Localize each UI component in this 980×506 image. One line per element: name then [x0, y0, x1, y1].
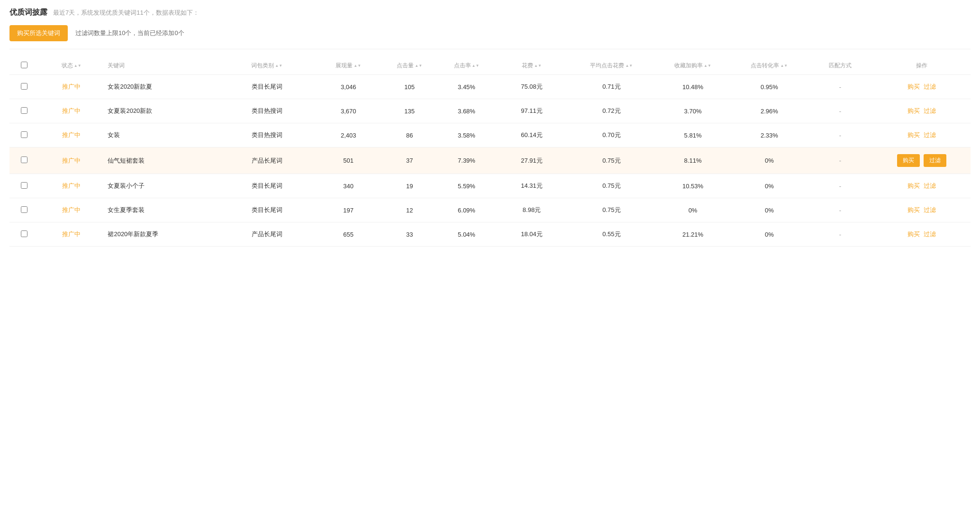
table-row: 推广中 女夏装小个子 类目长尾词 340 19 5.59% 14.31元 0.7… — [9, 174, 971, 198]
row-match: - — [808, 174, 873, 198]
row-clicks: 19 — [381, 174, 438, 198]
row-cost: 14.31元 — [495, 174, 569, 198]
row-avgcost: 0.75元 — [568, 198, 654, 222]
buy-link-2[interactable]: 购买 — [907, 107, 920, 115]
row-match: - — [808, 198, 873, 222]
row-ctr: 3.58% — [438, 123, 495, 147]
row-action-cell: 购买 过滤 — [873, 99, 971, 123]
row-match: - — [808, 222, 873, 247]
row-clicks: 105 — [381, 75, 438, 99]
keywords-table: 状态 ▲▼ 关键词 词包类别 ▲▼ — [9, 57, 971, 247]
header-action: 操作 — [873, 57, 971, 75]
row-type: 类目热搜词 — [218, 123, 316, 147]
filter-link-3[interactable]: 过滤 — [924, 131, 936, 139]
avgcost-sort-btn[interactable]: 平均点击花费 ▲▼ — [572, 62, 651, 70]
buy-link-3[interactable]: 购买 — [907, 131, 920, 139]
buy-link-6[interactable]: 购买 — [907, 206, 920, 214]
row-keyword: 女夏装小个子 — [104, 174, 218, 198]
row-cost: 27.91元 — [495, 147, 569, 174]
clicks-sort-btn[interactable]: 点击量 ▲▼ — [385, 62, 434, 70]
row-type: 类目长尾词 — [218, 75, 316, 99]
row-action-cell: 购买 过滤 — [873, 75, 971, 99]
row-checkbox-cell — [9, 222, 39, 247]
row-checkbox-cell — [9, 147, 39, 174]
row-status: 推广中 — [39, 99, 104, 123]
table-wrapper: 状态 ▲▼ 关键词 词包类别 ▲▼ — [9, 57, 971, 247]
favrate-sort-icon: ▲▼ — [704, 64, 711, 68]
row-clicks: 33 — [381, 222, 438, 247]
filter-link-5[interactable]: 过滤 — [924, 182, 936, 190]
action-group: 购买 过滤 — [877, 107, 967, 115]
row-impressions: 655 — [316, 222, 381, 247]
header-match: 匹配方式 — [808, 57, 873, 75]
row-avgcost: 0.55元 — [568, 222, 654, 247]
select-all-checkbox[interactable] — [21, 62, 27, 68]
row-keyword: 仙气短裙套装 — [104, 147, 218, 174]
row-ctr: 7.39% — [438, 147, 495, 174]
action-group: 购买 过滤 — [877, 230, 967, 239]
page-header: 优质词披露 最近7天，系统发现优质关键词11个，数据表现如下： — [9, 8, 971, 18]
buy-link-7[interactable]: 购买 — [907, 230, 920, 239]
buy-link-5[interactable]: 购买 — [907, 182, 920, 190]
toolbar: 购买所选关键词 过滤词数量上限10个，当前已经添加0个 — [9, 25, 971, 49]
filter-link-6[interactable]: 过滤 — [924, 206, 936, 214]
row-checkbox-cell — [9, 75, 39, 99]
impressions-sort-btn[interactable]: 展现量 ▲▼ — [319, 62, 377, 70]
row-type: 类目长尾词 — [218, 174, 316, 198]
row-checkbox-4[interactable] — [21, 156, 27, 163]
filter-button-4[interactable]: 过滤 — [924, 154, 946, 167]
row-checkbox-5[interactable] — [21, 182, 27, 189]
filter-link-1[interactable]: 过滤 — [924, 83, 936, 91]
row-action-cell: 购买 过滤 — [873, 222, 971, 247]
header-favrate: 收藏加购率 ▲▼ — [654, 57, 731, 75]
status-sort-btn[interactable]: 状态 ▲▼ — [43, 62, 100, 70]
row-impressions: 2,403 — [316, 123, 381, 147]
row-keyword: 女夏装2020新款 — [104, 99, 218, 123]
row-keyword: 裙2020年新款夏季 — [104, 222, 218, 247]
favrate-sort-btn[interactable]: 收藏加购率 ▲▼ — [658, 62, 727, 70]
row-status: 推广中 — [39, 75, 104, 99]
buy-button-4[interactable]: 购买 — [897, 154, 920, 167]
table-row: 推广中 女生夏季套装 类目长尾词 197 12 6.09% 8.98元 0.75… — [9, 198, 971, 222]
row-type: 类目热搜词 — [218, 99, 316, 123]
row-action-cell: 购买 过滤 — [873, 123, 971, 147]
row-clicks: 37 — [381, 147, 438, 174]
row-match: - — [808, 75, 873, 99]
header-ctr: 点击率 ▲▼ — [438, 57, 495, 75]
row-cvr: 0.95% — [731, 75, 808, 99]
row-favrate: 10.48% — [654, 75, 731, 99]
row-favrate: 0% — [654, 198, 731, 222]
buy-selected-button[interactable]: 购买所选关键词 — [9, 25, 68, 41]
row-checkbox-3[interactable] — [21, 131, 27, 138]
row-checkbox-6[interactable] — [21, 206, 27, 213]
header-avgcost: 平均点击花费 ▲▼ — [568, 57, 654, 75]
table-row: 推广中 女装2020新款夏 类目长尾词 3,046 105 3.45% 75.0… — [9, 75, 971, 99]
cvr-sort-btn[interactable]: 点击转化率 ▲▼ — [735, 62, 804, 70]
row-favrate: 10.53% — [654, 174, 731, 198]
row-cvr: 0% — [731, 198, 808, 222]
row-checkbox-2[interactable] — [21, 107, 27, 114]
row-cost: 8.98元 — [495, 198, 569, 222]
filter-link-7[interactable]: 过滤 — [924, 230, 936, 239]
row-match: - — [808, 147, 873, 174]
row-action-cell: 购买 过滤 — [873, 147, 971, 174]
row-checkbox-cell — [9, 123, 39, 147]
cvr-sort-icon: ▲▼ — [780, 64, 788, 68]
filter-link-2[interactable]: 过滤 — [924, 107, 936, 115]
row-cvr: 0% — [731, 174, 808, 198]
ctr-sort-btn[interactable]: 点击率 ▲▼ — [442, 62, 491, 70]
action-group: 购买 过滤 — [877, 206, 967, 214]
row-type: 类目长尾词 — [218, 198, 316, 222]
type-sort-btn[interactable]: 词包类别 ▲▼ — [222, 62, 312, 70]
header-cost: 花费 ▲▼ — [495, 57, 569, 75]
buy-link-1[interactable]: 购买 — [907, 83, 920, 91]
row-cost: 60.14元 — [495, 123, 569, 147]
row-checkbox-1[interactable] — [21, 83, 27, 90]
row-checkbox-7[interactable] — [21, 230, 27, 237]
cost-sort-btn[interactable]: 花费 ▲▼ — [499, 62, 565, 70]
row-cvr: 0% — [731, 222, 808, 247]
header-keyword: 关键词 — [104, 57, 218, 75]
row-cost: 18.04元 — [495, 222, 569, 247]
row-favrate: 21.21% — [654, 222, 731, 247]
avgcost-sort-icon: ▲▼ — [625, 64, 633, 68]
